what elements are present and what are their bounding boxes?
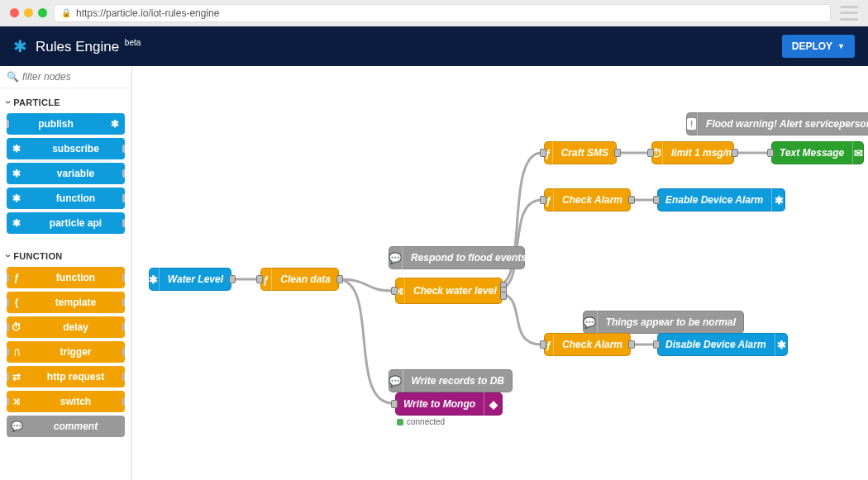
window-traffic-lights — [10, 8, 47, 17]
output-port[interactable] — [628, 340, 635, 349]
node-palette-sidebar: 🔍 PARTICLE publish✱ ✱subscribe ✱variable… — [0, 66, 132, 480]
close-window-icon[interactable] — [10, 8, 19, 17]
comment-icon: 💬 — [7, 421, 26, 432]
palette-function-blue[interactable]: ✱function — [7, 188, 125, 209]
hamburger-icon[interactable] — [840, 6, 858, 21]
input-port[interactable] — [647, 149, 654, 157]
palette-search: 🔍 — [0, 66, 131, 88]
input-port[interactable] — [540, 196, 546, 204]
node-check-water-level[interactable]: ⤭ Check water level — [395, 278, 503, 304]
lock-icon: 🔒 — [61, 8, 71, 17]
function-icon: ƒ — [7, 272, 26, 283]
palette-publish[interactable]: publish✱ — [7, 113, 125, 135]
node-comment-normal[interactable]: 💬 Things appear to be normal — [583, 311, 744, 334]
particle-logo-icon: ✱ — [13, 36, 27, 56]
beta-badge: beta — [125, 38, 141, 47]
sparkle-icon: ✱ — [771, 188, 785, 211]
sparkle-icon: ✱ — [7, 168, 26, 179]
palette-subscribe[interactable]: ✱subscribe — [7, 138, 125, 159]
http-icon: ⇄ — [7, 371, 26, 383]
input-port[interactable] — [653, 196, 660, 204]
palette-comment[interactable]: 💬comment — [7, 416, 125, 437]
comment-icon: 💬 — [389, 246, 403, 269]
node-rate-limit[interactable]: ⏱ limit 1 msg/m — [651, 141, 734, 164]
palette-variable[interactable]: ✱variable — [7, 163, 125, 184]
url-text: https://particle.io/iot-rules-engine — [76, 7, 219, 19]
maximize-window-icon[interactable] — [38, 8, 47, 17]
deploy-label: DEPLOY — [792, 40, 832, 52]
input-port[interactable] — [391, 287, 398, 295]
node-write-mongo[interactable]: Write to Mongo ◆ — [395, 392, 503, 416]
node-comment-respond[interactable]: 💬 Respond to flood events — [389, 246, 525, 269]
palette-template[interactable]: {template — [7, 292, 125, 313]
sms-icon: ✉ — [852, 141, 864, 164]
deploy-button[interactable]: DEPLOY ▼ — [782, 35, 855, 58]
input-port[interactable] — [256, 275, 263, 283]
sparkle-icon: ✱ — [7, 143, 26, 154]
node-water-level[interactable]: ✱ Water Level — [149, 268, 231, 291]
sparkle-icon: ✱ — [7, 192, 26, 204]
search-input[interactable] — [22, 71, 125, 83]
input-port[interactable] — [767, 149, 774, 157]
input-port[interactable] — [653, 340, 660, 349]
palette-switch[interactable]: ⤭switch — [7, 391, 125, 412]
node-check-alarm-2[interactable]: ƒ Check Alarm — [544, 333, 631, 356]
search-icon: 🔍 — [7, 71, 19, 83]
palette-particle-api[interactable]: ✱particle api — [7, 212, 125, 234]
output-port[interactable] — [732, 149, 738, 157]
palette-delay[interactable]: ⏱delay — [7, 316, 125, 338]
mongo-icon: ◆ — [484, 392, 503, 416]
comment-icon: 💬 — [389, 369, 403, 392]
node-enable-alarm[interactable]: Enable Device Alarm ✱ — [657, 188, 785, 211]
template-icon: { — [7, 297, 26, 308]
palette-trigger[interactable]: ⎍trigger — [7, 341, 125, 363]
switch-icon: ⤭ — [7, 396, 26, 407]
comment-icon: 💬 — [583, 311, 598, 334]
output-port[interactable] — [614, 149, 621, 157]
status-dot-icon — [397, 419, 403, 425]
palette-http-request[interactable]: ⇄http request — [7, 366, 125, 387]
node-craft-sms[interactable]: ƒ Craft SMS — [544, 141, 617, 164]
url-bar[interactable]: 🔒 https://particle.io/iot-rules-engine — [54, 4, 831, 22]
input-port[interactable] — [391, 400, 398, 408]
node-text-message[interactable]: Text Message ✉ — [771, 141, 864, 164]
node-status-mongo: connected — [397, 417, 445, 426]
input-port[interactable] — [540, 340, 546, 349]
flow-canvas[interactable]: ✱ Water Level ƒ Clean data 💬 Respond to … — [132, 66, 868, 480]
node-comment-flood-warn[interactable]: ! Flood warning! Alert serviceperson — [686, 112, 868, 135]
title-text: Rules Engine — [36, 38, 119, 54]
node-disable-alarm[interactable]: Disable Device Alarm ✱ — [657, 333, 788, 356]
category-particle[interactable]: PARTICLE — [0, 88, 131, 113]
browser-chrome: 🔒 https://particle.io/iot-rules-engine — [0, 0, 868, 26]
output-port[interactable] — [336, 275, 343, 283]
sparkle-icon: ✱ — [149, 268, 160, 291]
output-port[interactable] — [229, 275, 236, 283]
output-port[interactable] — [628, 196, 635, 204]
app-header: ✱ Rules Engine beta DEPLOY ▼ — [0, 26, 868, 66]
chevron-down-icon: ▼ — [837, 42, 845, 50]
page-title: Rules Engine beta — [36, 38, 141, 55]
output-port-3[interactable] — [500, 292, 507, 300]
sparkle-icon: ✱ — [105, 118, 125, 130]
trigger-icon: ⎍ — [7, 346, 26, 358]
node-comment-write-db[interactable]: 💬 Write records to DB — [389, 369, 513, 392]
sparkle-icon: ✱ — [7, 217, 26, 229]
category-function[interactable]: FUNCTION — [0, 242, 131, 267]
node-clean-data[interactable]: ƒ Clean data — [260, 268, 339, 291]
palette-function[interactable]: ƒfunction — [7, 267, 125, 288]
delay-icon: ⏱ — [7, 321, 26, 333]
node-check-alarm-1[interactable]: ƒ Check Alarm — [544, 188, 631, 211]
sparkle-icon: ✱ — [775, 333, 788, 356]
alert-icon: ! — [686, 112, 698, 135]
input-port[interactable] — [540, 149, 546, 157]
minimize-window-icon[interactable] — [24, 8, 33, 17]
